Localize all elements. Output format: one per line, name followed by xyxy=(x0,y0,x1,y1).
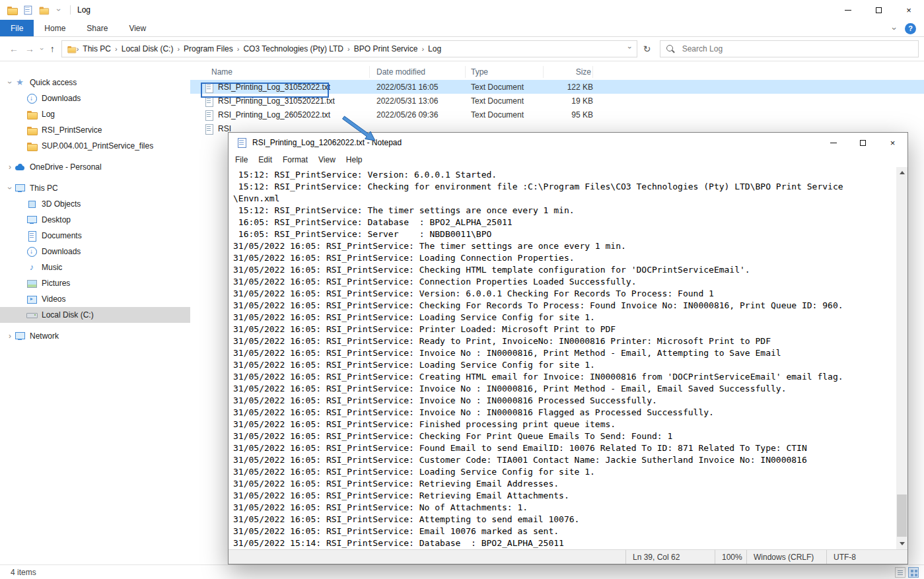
notepad-menu-item[interactable]: File xyxy=(230,155,253,164)
sidebar-item-label: RSI_PrintService xyxy=(42,125,102,135)
text-file-icon xyxy=(203,96,214,106)
qat-new-folder-icon[interactable] xyxy=(39,5,48,15)
sidebar-item[interactable]: ♪ Music xyxy=(0,259,190,275)
notepad-menu-item[interactable]: View xyxy=(313,155,341,164)
column-header[interactable]: Size xyxy=(544,66,593,78)
sidebar-item-label: Music xyxy=(42,263,62,272)
ribbon-tab[interactable]: View xyxy=(118,20,157,36)
up-button[interactable]: ↑ xyxy=(50,44,55,54)
sidebar-item[interactable]: Network xyxy=(0,328,190,344)
sidebar-item[interactable]: ★ Quick access xyxy=(0,75,190,90)
log-line: \Envn.xml xyxy=(233,193,896,205)
file-size: 95 KB xyxy=(544,110,593,119)
sidebar-expander-chevron-icon[interactable] xyxy=(5,332,15,340)
sidebar-item[interactable]: Videos xyxy=(0,291,190,307)
forward-button[interactable]: → xyxy=(25,44,34,54)
notepad-maximize-button[interactable] xyxy=(848,133,878,153)
large-icons-view-button[interactable] xyxy=(908,567,919,578)
column-header[interactable]: Name xyxy=(190,66,370,78)
breadcrumb-segment[interactable]: Log xyxy=(424,44,445,53)
sidebar-item[interactable]: This PC xyxy=(0,180,190,196)
sidebar-item[interactable]: Documents xyxy=(0,228,190,244)
log-line: 31/05/2022 16:05: RSI_PrintService: Chec… xyxy=(233,430,896,442)
file-name: RSI_Printing_Log_26052022.txt xyxy=(218,110,330,119)
notepad-menu-item[interactable]: Help xyxy=(341,155,368,164)
sidebar-item[interactable]: Local Disk (C:) xyxy=(0,307,190,323)
search-input[interactable] xyxy=(681,44,913,54)
help-button[interactable]: ? xyxy=(905,23,916,34)
expand-ribbon-chevron-icon[interactable]: › xyxy=(889,27,899,30)
column-header[interactable]: Date modified xyxy=(370,66,466,78)
notepad-minimize-button[interactable] xyxy=(818,133,848,153)
sidebar-expander-chevron-icon[interactable] xyxy=(5,79,15,86)
statusbar-segments: Ln 39, Col 62 100% Windows (CRLF) UTF-8 xyxy=(625,550,907,564)
sidebar-item[interactable]: OneDrive - Personal xyxy=(0,159,190,175)
sidebar-item-label: Network xyxy=(30,331,59,341)
file-date: 2022/05/31 13:06 xyxy=(370,96,466,106)
back-button[interactable]: ← xyxy=(9,44,18,54)
sidebar-expander-chevron-icon[interactable] xyxy=(5,184,15,192)
sidebar-item[interactable]: 3D Objects xyxy=(0,196,190,212)
maximize-button[interactable] xyxy=(863,0,894,20)
log-line: 31/05/2022 16:05: RSI_PrintService: Invo… xyxy=(233,395,896,407)
minimize-button[interactable] xyxy=(833,0,863,20)
file-type: Text Document xyxy=(466,83,544,92)
sidebar-item[interactable]: SUP.004.001_PrintService_files xyxy=(0,138,190,154)
minimize-icon xyxy=(845,10,851,11)
sidebar-item-icon xyxy=(26,109,37,119)
column-header[interactable]: Type xyxy=(466,66,544,78)
notepad-close-button[interactable]: × xyxy=(878,133,907,153)
sidebar-item[interactable]: Log xyxy=(0,106,190,122)
breadcrumb: This PC › Local Disk (C:) › Program File… xyxy=(79,44,445,53)
ribbon-tab[interactable]: Home xyxy=(34,20,76,36)
refresh-button[interactable]: ↻ xyxy=(637,44,657,54)
statusbar-segment: 100% xyxy=(715,550,746,564)
sidebar-expander-chevron-icon[interactable] xyxy=(5,163,15,171)
file-row[interactable]: RSI_Printing_Log_310520221.txt 2022/05/3… xyxy=(190,94,924,108)
caption-buttons: × xyxy=(833,0,924,20)
items-count: 4 items xyxy=(11,568,36,577)
search-box[interactable] xyxy=(660,40,919,57)
address-dropdown-chevron-icon[interactable]: › xyxy=(626,46,634,51)
sidebar-item-label: Downloads xyxy=(42,247,81,256)
notepad-vertical-scrollbar[interactable] xyxy=(896,167,907,549)
file-row[interactable]: RSI_Printing_Log_31052022.txt 2022/05/31… xyxy=(190,80,924,94)
qat-customize-chevron-icon[interactable] xyxy=(54,6,63,14)
sidebar-item[interactable]: Downloads xyxy=(0,90,190,106)
address-bar[interactable]: › This PC › Local Disk (C:) › Program Fi… xyxy=(61,40,637,57)
sidebar-item-label: This PC xyxy=(30,184,58,193)
sidebar-item[interactable]: RSI_PrintService xyxy=(0,122,190,138)
breadcrumb-segment[interactable]: Program Files xyxy=(180,44,237,53)
log-line: 31/05/2022 16:05: RSI_PrintService: Chec… xyxy=(233,264,896,276)
breadcrumb-segment[interactable]: CO3 Technologies (Pty) LTD xyxy=(239,44,347,53)
scroll-up-button[interactable] xyxy=(896,167,907,178)
breadcrumb-segment[interactable]: Local Disk (C:) xyxy=(118,44,178,53)
sidebar-item-label: Quick access xyxy=(30,78,77,87)
notepad-caption-buttons: × xyxy=(818,133,907,153)
sidebar-item[interactable]: Downloads xyxy=(0,244,190,259)
sidebar-item-icon xyxy=(26,230,37,241)
statusbar-spacer xyxy=(229,550,625,564)
close-button[interactable]: × xyxy=(894,0,924,20)
ribbon-tab-label: File xyxy=(11,24,23,33)
ribbon-tab[interactable]: File xyxy=(0,20,34,36)
scroll-down-button[interactable] xyxy=(896,538,907,549)
ribbon-tab[interactable]: Share xyxy=(76,20,118,36)
log-line: 31/05/2022 16:05: RSI_PrintService: Invo… xyxy=(233,383,896,395)
view-toggles xyxy=(895,567,919,578)
log-line: 31/05/2022 16:05: RSI_PrintService: No o… xyxy=(233,502,896,514)
breadcrumb-segment[interactable]: This PC xyxy=(79,44,115,53)
scrollbar-thumb[interactable] xyxy=(897,494,907,537)
breadcrumb-segment[interactable]: BPO Print Service xyxy=(350,44,422,53)
file-row[interactable]: RSI_Printing_Log_26052022.txt 2022/05/26… xyxy=(190,108,924,121)
sidebar-item-label: Log xyxy=(42,110,55,119)
notepad-menu-item[interactable]: Format xyxy=(277,155,313,164)
qat-properties-icon[interactable] xyxy=(23,5,32,15)
sidebar-item[interactable]: Pictures xyxy=(0,275,190,291)
recent-locations-chevron-icon[interactable]: › xyxy=(38,48,46,50)
notepad-text-area[interactable]: 15:12: RSI_PrintService: Version: 6.0.0.… xyxy=(229,167,896,549)
details-view-button[interactable] xyxy=(895,567,906,578)
notepad-menu-item[interactable]: Edit xyxy=(253,155,277,164)
sidebar-item[interactable]: Desktop xyxy=(0,212,190,228)
sidebar-item-icon xyxy=(15,162,25,172)
